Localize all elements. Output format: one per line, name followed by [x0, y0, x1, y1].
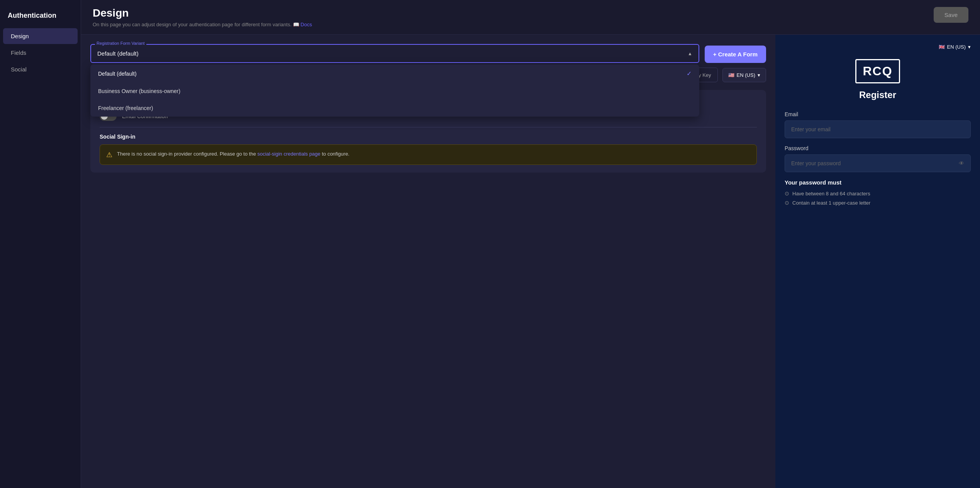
social-signin-title: Social Sign-in: [100, 134, 757, 140]
chevron-up-icon: ▲: [688, 51, 692, 56]
dropdown-menu: Default (default) ✓ Business Owner (busi…: [90, 64, 699, 117]
password-rule-2: ⊙ Contain at least 1 upper-case letter: [785, 200, 971, 206]
flag-icon: 🇺🇸: [728, 72, 734, 78]
rule-icon-2: ⊙: [785, 200, 789, 206]
dropdown-selected-value: Default (default): [97, 50, 139, 57]
chevron-down-icon: ▾: [758, 72, 760, 78]
password-label: Password: [785, 145, 971, 151]
page-description: On this page you can adjust design of yo…: [93, 22, 312, 27]
warning-icon: ⚠: [106, 151, 112, 159]
sidebar-title: Authentication: [0, 8, 81, 27]
social-signin-warning: ⚠ There is no social sign-in provider co…: [100, 144, 757, 165]
content-area: Registration Form Variant Default (defau…: [81, 35, 980, 488]
preview-header: 🇬🇧 EN (US) ▾: [785, 44, 971, 50]
sidebar: Authentication Design Fields Social: [0, 0, 81, 488]
password-must-title: Your password must: [785, 179, 971, 186]
eye-icon[interactable]: 👁: [959, 160, 964, 166]
sidebar-item-fields[interactable]: Fields: [3, 45, 78, 61]
form-variant-dropdown[interactable]: Default (default) ▲: [90, 44, 699, 63]
check-icon: ✓: [687, 70, 692, 77]
email-input-preview: Enter your email: [785, 120, 971, 138]
form-variant-row: Registration Form Variant Default (defau…: [90, 44, 766, 63]
page-title: Design: [93, 7, 312, 19]
logo-text: RCQ: [863, 64, 892, 78]
email-label: Email: [785, 111, 971, 117]
language-selector[interactable]: 🇺🇸 EN (US) ▾: [722, 68, 766, 82]
save-button[interactable]: Save: [934, 7, 968, 23]
create-form-button[interactable]: + Create A Form: [705, 46, 766, 63]
sidebar-item-social[interactable]: Social: [3, 61, 78, 77]
logo-box: RCQ: [855, 59, 900, 83]
preview-language-selector[interactable]: 🇬🇧 EN (US) ▾: [939, 44, 971, 50]
dropdown-label: Registration Form Variant: [95, 41, 146, 46]
docs-link[interactable]: 📖 Docs: [293, 22, 312, 27]
dropdown-wrapper: Registration Form Variant Default (defau…: [90, 44, 699, 63]
social-signin-link[interactable]: social-sigin credentials page: [258, 151, 322, 157]
section-divider: [100, 127, 757, 127]
main-area: Design On this page you can adjust desig…: [81, 0, 980, 488]
password-placeholder: Enter your password: [791, 160, 841, 166]
dropdown-option-business[interactable]: Business Owner (business-owner): [90, 83, 699, 100]
chevron-down-icon: ▾: [968, 44, 971, 50]
password-rule-1: ⊙ Have between 8 and 64 characters: [785, 190, 971, 197]
dropdown-option-default[interactable]: Default (default) ✓: [90, 64, 699, 83]
warning-text: There is no social sign-in provider conf…: [117, 150, 349, 158]
left-panel: Registration Form Variant Default (defau…: [81, 35, 775, 488]
header-left: Design On this page you can adjust desig…: [93, 7, 312, 27]
sidebar-item-design[interactable]: Design: [3, 28, 78, 44]
page-header: Design On this page you can adjust desig…: [81, 0, 980, 35]
rule-icon-1: ⊙: [785, 190, 789, 197]
register-title: Register: [859, 90, 896, 100]
email-placeholder: Enter your email: [791, 126, 831, 132]
preview-panel: 🇬🇧 EN (US) ▾ RCQ Register Email Enter yo…: [775, 35, 980, 488]
preview-form: Email Enter your email Password Enter yo…: [785, 111, 971, 209]
password-input-preview: Enter your password 👁: [785, 154, 971, 172]
form-variant-section: Registration Form Variant Default (defau…: [90, 44, 766, 82]
dropdown-option-freelancer[interactable]: Freelancer (freelancer): [90, 100, 699, 117]
preview-flag-icon: 🇬🇧: [939, 44, 945, 50]
